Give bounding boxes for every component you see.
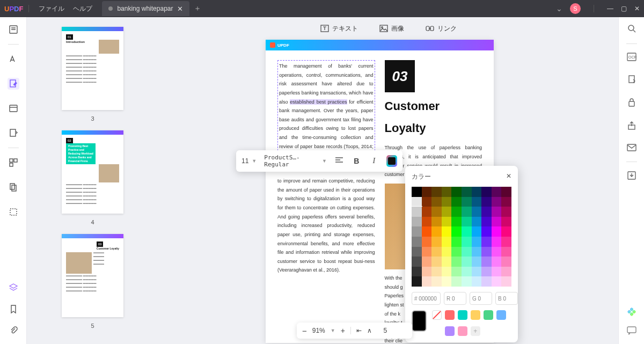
color-cell[interactable] <box>462 276 472 287</box>
color-swatch[interactable] <box>496 310 506 320</box>
color-cell[interactable] <box>472 276 482 287</box>
thumbnail[interactable]: 02Promoting Best Practice and Reducing W… <box>62 130 123 214</box>
color-cell[interactable] <box>462 247 472 257</box>
tools-icon[interactable] <box>8 157 19 169</box>
color-swatch[interactable] <box>445 310 455 320</box>
zoom-value[interactable]: 91% <box>312 327 325 334</box>
color-cell[interactable] <box>431 276 442 287</box>
color-cell[interactable] <box>492 207 502 217</box>
color-cell[interactable] <box>422 226 432 237</box>
color-cell[interactable] <box>442 276 452 287</box>
color-cell[interactable] <box>442 207 452 217</box>
color-cell[interactable] <box>501 197 511 207</box>
color-cell[interactable] <box>442 247 452 257</box>
color-cell[interactable] <box>442 187 452 197</box>
color-cell[interactable] <box>462 187 472 197</box>
color-cell[interactable] <box>442 257 452 267</box>
color-cell[interactable] <box>431 267 442 277</box>
color-cell[interactable] <box>431 187 442 197</box>
color-cell[interactable] <box>431 217 442 227</box>
selected-text-block[interactable]: The management of banks' current operati… <box>277 60 375 162</box>
color-cell[interactable] <box>422 247 432 257</box>
page-input[interactable]: 5 <box>377 327 393 334</box>
page-icon[interactable] <box>8 103 19 114</box>
menu-help[interactable]: ヘルプ <box>73 4 92 13</box>
color-cell[interactable] <box>422 267 432 277</box>
color-cell[interactable] <box>451 267 462 277</box>
edit-icon[interactable] <box>8 78 19 90</box>
color-cell[interactable] <box>442 237 452 247</box>
font-size-select[interactable]: 11▼ <box>241 157 257 165</box>
tab-list-dropdown[interactable]: ⌄ <box>556 4 562 13</box>
color-cell[interactable] <box>442 197 452 207</box>
export-icon[interactable] <box>627 75 636 86</box>
hex-input[interactable] <box>412 292 441 305</box>
thumbnail[interactable]: 03Customer Loyalty▬▬▬▬▬▬▬▬▬▬▬▬▬▬▬▬▬▬▬▬▬▬… <box>62 234 123 317</box>
color-cell[interactable] <box>481 226 492 237</box>
color-cell[interactable] <box>451 276 462 287</box>
color-swatch[interactable] <box>484 310 493 320</box>
color-cell[interactable] <box>451 207 462 217</box>
color-cell[interactable] <box>481 197 492 207</box>
window-close-button[interactable]: ✕ <box>634 5 640 12</box>
color-cell[interactable] <box>492 197 502 207</box>
ocr-icon[interactable]: OCR <box>627 53 636 63</box>
color-cell[interactable] <box>462 226 472 237</box>
color-cell[interactable] <box>462 197 472 207</box>
color-cell[interactable] <box>412 257 422 267</box>
color-cell[interactable] <box>481 267 492 277</box>
color-cell[interactable] <box>431 226 442 237</box>
save-icon[interactable] <box>627 171 636 182</box>
color-cell[interactable] <box>492 247 502 257</box>
tab-close-icon[interactable]: ✕ <box>177 5 183 13</box>
italic-button[interactable]: I <box>369 157 379 165</box>
color-cell[interactable] <box>451 217 462 227</box>
text-color-button[interactable] <box>386 155 397 167</box>
no-color-swatch[interactable] <box>432 310 442 320</box>
bold-button[interactable]: B <box>352 157 361 165</box>
color-cell[interactable] <box>492 257 502 267</box>
zoom-in-button[interactable]: + <box>341 326 345 335</box>
color-grid[interactable] <box>412 187 511 287</box>
color-cell[interactable] <box>501 237 511 247</box>
window-minimize-button[interactable]: — <box>607 5 613 12</box>
color-cell[interactable] <box>472 197 482 207</box>
menu-file[interactable]: ファイル <box>39 4 64 13</box>
color-cell[interactable] <box>431 207 442 217</box>
color-cell[interactable] <box>422 207 432 217</box>
color-cell[interactable] <box>412 237 422 247</box>
color-cell[interactable] <box>451 187 462 197</box>
color-cell[interactable] <box>431 257 442 267</box>
color-cell[interactable] <box>481 187 492 197</box>
color-cell[interactable] <box>422 217 432 227</box>
color-cell[interactable] <box>412 197 422 207</box>
color-cell[interactable] <box>442 217 452 227</box>
color-cell[interactable] <box>422 237 432 247</box>
color-swatch[interactable] <box>458 310 467 320</box>
edit-image-button[interactable]: 画像 <box>379 24 404 33</box>
color-cell[interactable] <box>472 247 482 257</box>
color-cell[interactable] <box>412 207 422 217</box>
color-cell[interactable] <box>462 267 472 277</box>
form-icon[interactable] <box>8 127 19 139</box>
user-avatar[interactable]: S <box>570 3 581 14</box>
bookmark-icon[interactable] <box>8 303 19 315</box>
document-tab[interactable]: banking whitepapar ✕ <box>102 1 189 16</box>
organize-icon[interactable] <box>8 181 19 193</box>
edit-text-button[interactable]: テキスト <box>320 24 358 33</box>
reader-icon[interactable] <box>8 24 19 35</box>
color-cell[interactable] <box>501 217 511 227</box>
color-swatch[interactable] <box>471 310 480 320</box>
color-cell[interactable] <box>412 217 422 227</box>
first-page-button[interactable]: ⇤ <box>356 327 362 334</box>
color-cell[interactable] <box>492 187 502 197</box>
color-cell[interactable] <box>472 226 482 237</box>
add-tab-button[interactable]: ＋ <box>194 4 201 13</box>
color-cell[interactable] <box>431 247 442 257</box>
color-cell[interactable] <box>472 257 482 267</box>
layers-icon[interactable] <box>8 282 19 294</box>
thumbnail[interactable]: 01Introduction▬▬▬▬▬▬ ▬▬▬▬▬▬▬▬▬▬▬ ▬▬▬▬▬▬▬… <box>62 27 123 110</box>
color-cell[interactable] <box>462 257 472 267</box>
color-cell[interactable] <box>492 267 502 277</box>
r-input[interactable] <box>444 292 466 305</box>
